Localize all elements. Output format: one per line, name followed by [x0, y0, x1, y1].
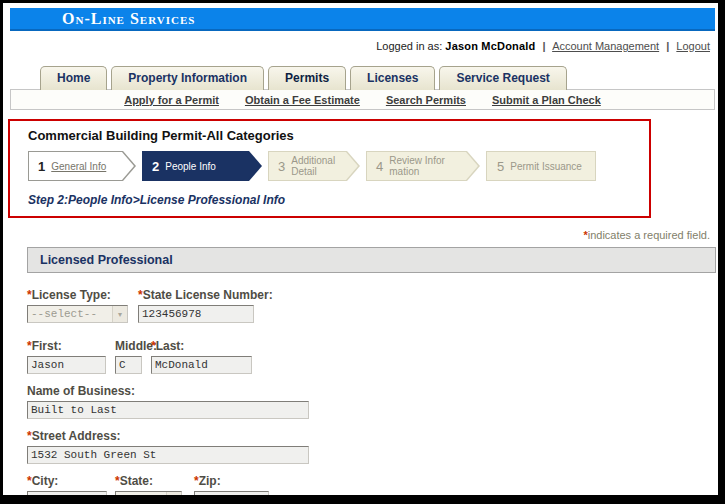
tab-service-request[interactable]: Service Request	[439, 66, 566, 90]
chevron-down-icon: ▾	[112, 306, 127, 322]
permits-subnav: Apply for a Permit Obtain a Fee Estimate…	[10, 89, 715, 110]
step-review-information: 4 Review Information	[366, 151, 480, 181]
required-note-text: indicates a required field.	[588, 229, 710, 241]
city-label: *City:	[27, 474, 107, 488]
wizard-steps: 1 General Info 2 People Info 3 Additiona…	[28, 151, 641, 181]
step-number: 5	[497, 159, 504, 174]
license-type-label: *License Type:	[27, 288, 128, 302]
state-select: AZ ▾	[115, 491, 182, 495]
subnav-obtain-fee-estimate[interactable]: Obtain a Fee Estimate	[245, 94, 360, 106]
main-tabs: Home Property Information Permits Licens…	[40, 66, 718, 90]
step-label: Additional Detail	[291, 155, 360, 177]
logout-link[interactable]: Logout	[676, 40, 710, 52]
chevron-down-icon: ▾	[166, 492, 181, 495]
licensed-professional-form: *License Type: --select-- ▾ *State Licen…	[27, 288, 718, 495]
separator: |	[543, 40, 546, 52]
step-people-info-current: 2 People Info	[142, 151, 262, 181]
business-name-label: Name of Business:	[27, 384, 309, 398]
state-value: AZ	[116, 494, 132, 495]
section-title: Licensed Professional	[40, 253, 173, 267]
tab-permits[interactable]: Permits	[268, 66, 346, 90]
subnav-submit-plan-check[interactable]: Submit a Plan Check	[492, 94, 601, 106]
required-field-note: *indicates a required field.	[3, 229, 718, 241]
city-input[interactable]	[27, 491, 107, 495]
step-label[interactable]: General Info	[51, 161, 106, 172]
step-number: 1	[38, 159, 45, 174]
state-license-number-label: *State License Number:	[138, 288, 254, 302]
app-title: On-Line Services	[10, 8, 195, 30]
middle-name-input[interactable]	[115, 356, 142, 374]
step-label: Review Information	[389, 155, 451, 177]
page: On-Line Services Logged in as: Jason McD…	[3, 3, 718, 495]
last-name-label: *Last:	[151, 339, 252, 353]
app-header: On-Line Services	[10, 8, 715, 31]
separator: |	[666, 40, 669, 52]
step-general-info[interactable]: 1 General Info	[28, 151, 136, 181]
step-label: People Info	[165, 161, 216, 172]
street-address-label: *Street Address:	[27, 429, 309, 443]
step-label: Permit Issuance	[510, 161, 582, 172]
tab-property-information[interactable]: Property Information	[111, 66, 264, 90]
first-name-label: *First:	[27, 339, 106, 353]
tab-home[interactable]: Home	[40, 66, 107, 90]
user-name: Jason McDonald	[445, 40, 535, 52]
logged-in-label: Logged in as:	[376, 40, 442, 52]
section-header-licensed-professional: Licensed Professional	[27, 247, 716, 273]
license-type-value: --select--	[28, 308, 97, 320]
business-name-input[interactable]	[27, 401, 309, 419]
wizard-breadcrumb: Step 2:People Info>License Professional …	[28, 193, 641, 207]
tab-licenses[interactable]: Licenses	[350, 66, 435, 90]
step-number: 3	[278, 159, 285, 174]
state-label: *State:	[115, 474, 182, 488]
state-license-number-input[interactable]	[138, 305, 254, 323]
step-number: 2	[152, 159, 159, 174]
street-address-input[interactable]	[27, 446, 309, 464]
wizard-title: Commercial Building Permit-All Categorie…	[28, 128, 641, 143]
license-type-select: --select-- ▾	[27, 305, 128, 323]
wizard-highlight-box: Commercial Building Permit-All Categorie…	[8, 119, 651, 218]
subnav-apply-for-permit[interactable]: Apply for a Permit	[124, 94, 219, 106]
step-additional-detail: 3 Additional Detail	[268, 151, 360, 181]
last-name-input[interactable]	[151, 356, 252, 374]
zip-label: *Zip:	[194, 474, 269, 488]
step-permit-issuance: 5 Permit Issuance	[486, 151, 596, 181]
step-number: 4	[376, 159, 383, 174]
first-name-input[interactable]	[27, 356, 106, 374]
account-management-link[interactable]: Account Management	[552, 40, 659, 52]
login-bar: Logged in as: Jason McDonald | Account M…	[3, 40, 718, 52]
zip-input[interactable]	[194, 491, 269, 495]
subnav-search-permits[interactable]: Search Permits	[386, 94, 466, 106]
middle-name-label: Middle:	[115, 339, 142, 353]
